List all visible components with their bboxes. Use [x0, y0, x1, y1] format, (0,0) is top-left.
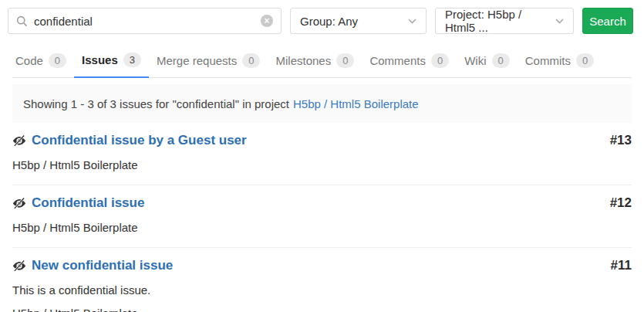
chevron-down-icon — [408, 19, 416, 24]
tab-merge-requests[interactable]: Merge requests 0 — [149, 42, 268, 77]
group-filter-dropdown[interactable]: Group: Any — [290, 8, 427, 34]
search-icon — [16, 15, 28, 27]
tab-milestones[interactable]: Milestones 0 — [268, 42, 362, 77]
tab-milestones-count: 0 — [336, 53, 354, 68]
search-field[interactable] — [34, 15, 261, 28]
summary-project-link[interactable]: H5bp / Html5 Boilerplate — [293, 97, 419, 110]
results-summary-text: Showing 1 - 3 of 3 issues for "confident… — [23, 97, 289, 110]
issue-id: #13 — [610, 133, 632, 148]
group-filter-label: Group: Any — [300, 15, 358, 28]
tab-issues[interactable]: Issues 3 — [74, 42, 149, 78]
results-summary: Showing 1 - 3 of 3 issues for "confident… — [12, 84, 632, 123]
issue-title-link[interactable]: Confidential issue by a Guest user — [32, 133, 247, 148]
confidential-eye-slash-icon — [12, 134, 26, 147]
issue-project-name: H5bp / Html5 Boilerplate — [12, 221, 632, 234]
project-filter-dropdown[interactable]: Project: H5bp / Html5 ... — [435, 8, 574, 34]
issue-row: New confidential issue #11 This is a con… — [12, 248, 632, 312]
issue-title-link[interactable]: Confidential issue — [32, 195, 144, 211]
search-header: × Group: Any Project: H5bp / Html5 ... S… — [0, 0, 644, 42]
search-button[interactable]: Search — [582, 8, 633, 34]
tab-wiki-count: 0 — [492, 53, 510, 68]
issue-id: #12 — [610, 195, 632, 211]
issue-row: Confidential issue #12 H5bp / Html5 Boil… — [12, 185, 632, 248]
chevron-down-icon — [555, 19, 564, 24]
tab-commits[interactable]: Commits 0 — [518, 42, 602, 77]
tab-comments-count: 0 — [431, 53, 449, 68]
issue-results-list: Confidential issue by a Guest user #13 H… — [12, 123, 632, 312]
clear-search-icon[interactable]: × — [261, 15, 273, 27]
issue-description: This is a confidential issue. — [12, 283, 632, 297]
tab-wiki[interactable]: Wiki 0 — [457, 42, 518, 77]
tab-commits-count: 0 — [576, 53, 594, 68]
search-input[interactable]: × — [8, 8, 282, 34]
confidential-eye-slash-icon — [12, 259, 26, 272]
issue-project-name: H5bp / Html5 Boilerplate — [12, 307, 632, 312]
tab-merge-requests-count: 0 — [242, 53, 260, 68]
issue-title-link[interactable]: New confidential issue — [32, 258, 173, 273]
tab-code-count: 0 — [49, 53, 66, 68]
tab-code[interactable]: Code 0 — [12, 42, 74, 77]
issue-project-name: H5bp / Html5 Boilerplate — [12, 158, 632, 171]
project-filter-label: Project: H5bp / Html5 ... — [445, 8, 549, 34]
confidential-eye-slash-icon — [12, 197, 26, 209]
tab-issues-count: 3 — [123, 53, 141, 67]
issue-id: #11 — [611, 258, 632, 273]
tab-comments[interactable]: Comments 0 — [362, 42, 457, 77]
issue-row: Confidential issue by a Guest user #13 H… — [12, 123, 632, 185]
search-scope-tabs: Code 0 Issues 3 Merge requests 0 Milesto… — [12, 42, 632, 78]
